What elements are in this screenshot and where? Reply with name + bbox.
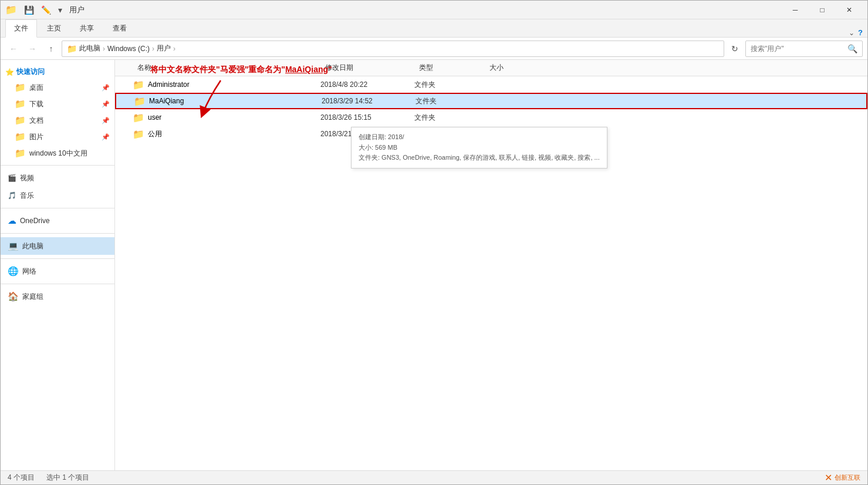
sidebar-divider-1 <box>1 165 114 166</box>
pin-icon-documents: 📌 <box>102 117 110 124</box>
path-c-drive[interactable]: Windows (C:) <box>107 45 150 53</box>
homegroup-icon: 🏠 <box>8 291 19 302</box>
folder-icon-maaiqiang: 📁 <box>134 96 146 107</box>
sidebar-divider-4 <box>1 258 114 259</box>
path-folder-icon: 📁 <box>67 44 77 53</box>
tab-file[interactable]: 文件 <box>5 19 37 38</box>
sidebar-item-this-pc[interactable]: 💻 此电脑 <box>1 237 114 255</box>
rename-icon[interactable]: ✏️ <box>39 4 53 16</box>
refresh-button[interactable]: ↻ <box>727 41 743 57</box>
item-count: 4 个项目 <box>8 473 35 483</box>
folder-icon-public: 📁 <box>133 129 144 140</box>
ribbon-tabs: 文件 主页 共享 查看 ⌄ ? <box>1 19 867 37</box>
explorer-window: 📁 💾 ✏️ ▾ 用户 ─ □ ✕ 文件 主页 共享 查看 ⌄ ? <box>0 0 868 485</box>
quick-access-toolbar: 💾 ✏️ ▾ <box>22 4 65 16</box>
folder-icon-user: 📁 <box>133 112 144 123</box>
tooltip-contents: 文件夹: GNS3, OneDrive, Roaming, 保存的游戏, 联系人… <box>359 153 600 163</box>
selected-count: 选中 1 个项目 <box>46 473 89 483</box>
title-bar: 📁 💾 ✏️ ▾ 用户 ─ □ ✕ <box>1 1 867 19</box>
onedrive-icon: ☁ <box>8 215 16 226</box>
up-button[interactable]: ↑ <box>43 41 59 57</box>
sidebar-divider-5 <box>1 284 114 284</box>
title-bar-controls: ─ □ ✕ <box>782 1 863 19</box>
sidebar-item-pictures-label: 图片 <box>29 132 43 142</box>
sidebar-item-network[interactable]: 🌐 网络 <box>1 262 114 280</box>
save-icon[interactable]: 💾 <box>22 4 36 16</box>
col-header-size[interactable]: 大小 <box>485 60 543 75</box>
back-button[interactable]: ← <box>5 41 22 57</box>
tab-view[interactable]: 查看 <box>104 19 136 38</box>
path-users[interactable]: 用户 <box>157 43 171 53</box>
videos-icon: 🎬 <box>8 174 16 182</box>
sidebar-item-win10-label: windows 10中文用 <box>29 149 87 159</box>
path-sep-1: › <box>103 45 105 53</box>
search-input[interactable] <box>751 45 845 53</box>
file-date-administrator: 2018/4/8 20:22 <box>320 80 414 89</box>
tab-share[interactable]: 共享 <box>71 19 103 38</box>
sidebar-item-network-label: 网络 <box>22 267 36 277</box>
help-icon[interactable]: ? <box>858 28 863 37</box>
file-name-user: 📁 user <box>133 112 320 123</box>
sidebar-item-music[interactable]: 🎵 音乐 <box>1 187 114 204</box>
sidebar-item-win10[interactable]: 📁 windows 10中文用 <box>1 145 114 161</box>
column-headers: 名称 修改日期 类型 大小 <box>115 60 867 76</box>
path-this-pc[interactable]: 此电脑 <box>79 43 100 53</box>
close-button[interactable]: ✕ <box>836 1 863 19</box>
file-list-area: 将中文名称文件夹"马爱强"重命名为"MaAiQiang" <box>115 60 867 470</box>
sidebar-item-documents[interactable]: 📁 文档 📌 <box>1 112 114 129</box>
watermark-text: 创新互联 <box>835 473 860 482</box>
tab-home[interactable]: 主页 <box>38 19 70 38</box>
file-name-public: 📁 公用 <box>133 129 320 140</box>
watermark: ✕ 创新互联 <box>825 472 860 483</box>
sidebar-item-downloads-label: 下载 <box>29 99 43 109</box>
address-path[interactable]: 📁 此电脑 › Windows (C:) › 用户 › <box>62 41 724 57</box>
col-header-name[interactable]: 名称 <box>133 60 320 75</box>
maximize-button[interactable]: □ <box>809 1 836 19</box>
sidebar-item-videos-label: 视频 <box>20 173 34 183</box>
search-icon[interactable]: 🔍 <box>847 44 857 53</box>
file-type-maaiqiang: 文件夹 <box>416 96 486 106</box>
file-item-maaiqiang[interactable]: 📁 MaAiQiang 2018/3/29 14:52 文件夹 创建日期: 20… <box>115 93 867 109</box>
sidebar-item-music-label: 音乐 <box>20 191 34 201</box>
quick-access-dropdown[interactable]: ▾ <box>56 4 65 16</box>
window-title: 用户 <box>69 5 85 15</box>
pin-icon-downloads: 📌 <box>102 100 110 108</box>
pictures-folder-icon: 📁 <box>15 132 26 142</box>
file-name-maaiqiang: 📁 MaAiQiang <box>134 96 322 107</box>
sidebar-item-videos[interactable]: 🎬 视频 <box>1 169 114 187</box>
file-type-user: 文件夹 <box>414 113 485 123</box>
path-sep-3: › <box>173 45 175 53</box>
star-icon: ⭐ <box>5 68 14 76</box>
file-date-maaiqiang: 2018/3/29 14:52 <box>322 97 416 105</box>
col-header-type[interactable]: 类型 <box>414 60 485 75</box>
forward-button[interactable]: → <box>24 41 40 57</box>
file-item-user[interactable]: 📁 user 2018/3/26 15:15 文件夹 <box>115 109 867 126</box>
col-header-date[interactable]: 修改日期 <box>320 60 414 75</box>
file-date-user: 2018/3/26 15:15 <box>320 113 414 122</box>
ribbon: 文件 主页 共享 查看 ⌄ ? <box>1 19 867 38</box>
pin-icon-pictures: 📌 <box>102 133 110 141</box>
tooltip-size: 大小: 569 MB <box>359 143 600 153</box>
status-bar: 4 个项目 选中 1 个项目 ✕ 创新互联 <box>1 470 867 484</box>
folder-icon-administrator: 📁 <box>133 79 144 90</box>
file-item-administrator[interactable]: 📁 Administrator 2018/4/8 20:22 文件夹 <box>115 76 867 93</box>
sidebar-item-onedrive[interactable]: ☁ OneDrive <box>1 212 114 230</box>
sidebar-item-pictures[interactable]: 📁 图片 📌 <box>1 129 114 145</box>
music-icon: 🎵 <box>8 191 16 200</box>
minimize-button[interactable]: ─ <box>782 1 809 19</box>
address-bar: ← → ↑ 📁 此电脑 › Windows (C:) › 用户 › ↻ 🔍 <box>1 38 867 60</box>
sidebar-item-onedrive-label: OneDrive <box>20 217 50 225</box>
file-tooltip: 创建日期: 2018/ 大小: 569 MB 文件夹: GNS3, OneDri… <box>351 127 607 169</box>
quick-access-label: 快速访问 <box>16 67 45 77</box>
ribbon-expand-icon[interactable]: ⌄ <box>849 29 855 37</box>
sidebar-item-homegroup-label: 家庭组 <box>22 292 43 302</box>
sidebar-section-quick-access: ⭐ 快速访问 📁 桌面 📌 📁 下载 📌 📁 文档 📌 <box>1 65 114 161</box>
sidebar-divider-3 <box>1 233 114 234</box>
quick-access-header[interactable]: ⭐ 快速访问 <box>1 65 114 79</box>
sidebar-item-downloads[interactable]: 📁 下载 📌 <box>1 96 114 112</box>
pin-icon-desktop: 📌 <box>102 84 110 92</box>
sidebar-item-desktop[interactable]: 📁 桌面 📌 <box>1 79 114 96</box>
sidebar: ⭐ 快速访问 📁 桌面 📌 📁 下载 📌 📁 文档 📌 <box>1 60 115 470</box>
sidebar-item-homegroup[interactable]: 🏠 家庭组 <box>1 288 114 305</box>
search-box[interactable]: 🔍 <box>745 41 863 57</box>
